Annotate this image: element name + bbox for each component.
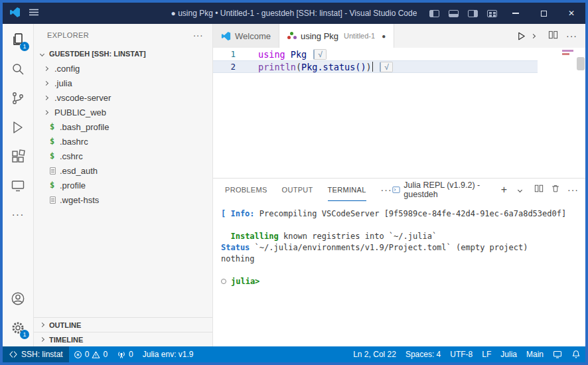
inline-result-check: √ — [380, 62, 393, 72]
workspace-name: GUESTDEH [SSH: LINSTAT] — [49, 50, 146, 58]
menu-icon[interactable] — [29, 7, 39, 20]
tree-item-file[interactable]: $.cshrc — [34, 149, 212, 163]
minimize-button[interactable] — [502, 3, 530, 24]
outline-section[interactable]: OUTLINE — [34, 317, 212, 332]
tree-item-file[interactable]: $.bash_profile — [34, 119, 212, 134]
radio-tower-icon — [117, 350, 126, 359]
warning-icon — [92, 350, 100, 359]
shell-file-icon: $ — [50, 137, 58, 146]
explorer-more-icon[interactable]: ··· — [193, 30, 203, 40]
toggle-sidebar-icon[interactable] — [429, 10, 439, 17]
tree-item-file[interactable]: .wget-hsts — [34, 192, 212, 207]
sidebar-title-row: EXPLORER ··· — [34, 24, 212, 46]
eol-sequence[interactable]: LF — [477, 346, 496, 362]
search-icon[interactable] — [3, 54, 33, 84]
bottom-panel: PROBLEMS OUTPUT TERMINAL ··· Julia REPL … — [213, 178, 585, 346]
more-views-icon[interactable]: ··· — [3, 200, 33, 230]
shell-file-icon: $ — [50, 122, 58, 131]
tab-welcome[interactable]: Welcome — [213, 24, 279, 48]
toggle-panel-icon[interactable] — [449, 10, 459, 17]
status-bar: SSH: linstat 0 0 0 Julia env: v1.9 Ln 2,… — [3, 346, 585, 362]
tab-untitled-1[interactable]: using Pkg Untitled-1 ● — [279, 24, 394, 48]
sidebar-title: EXPLORER — [47, 31, 89, 39]
settings-badge: 1 — [20, 330, 29, 339]
file-tree: .config .julia .vscode-server PUBLIC_web… — [34, 61, 212, 207]
toggle-secondary-sidebar-icon[interactable] — [468, 10, 478, 17]
julia-repl-icon — [392, 184, 401, 195]
kill-terminal-icon[interactable] — [551, 184, 560, 196]
remote-explorer-icon[interactable] — [3, 171, 33, 200]
julia-icon — [287, 32, 297, 40]
tab-output[interactable]: OUTPUT — [282, 179, 313, 201]
settings-gear-icon[interactable]: 1 — [3, 313, 33, 342]
code-editor[interactable]: 1 using Pkg√ 2 println(Pkg.status())√ — [213, 48, 585, 178]
julia-module[interactable]: Main — [522, 346, 548, 362]
minimap[interactable] — [544, 48, 576, 178]
line-number: 2 — [213, 62, 236, 72]
terminal-dropdown-icon[interactable] — [518, 187, 522, 192]
run-file-button[interactable] — [516, 31, 540, 41]
window-title: ● using Pkg • Untitled-1 - guestdeh [SSH… — [171, 9, 417, 18]
split-terminal-icon[interactable] — [534, 184, 544, 196]
vscode-window: ● using Pkg • Untitled-1 - guestdeh [SSH… — [0, 0, 588, 365]
editor-more-actions-icon[interactable]: ··· — [566, 31, 577, 41]
tree-item-folder[interactable]: .config — [34, 61, 212, 76]
panel-header: PROBLEMS OUTPUT TERMINAL ··· Julia REPL … — [213, 179, 585, 201]
line-number: 1 — [213, 49, 236, 59]
julia-prompt: julia> — [231, 277, 259, 286]
chevron-right-icon — [44, 95, 48, 100]
chevron-right-icon — [40, 337, 44, 342]
tab-bar: Welcome using Pkg Untitled-1 ● — [213, 24, 585, 48]
tree-item-file[interactable]: $.profile — [34, 178, 212, 192]
panel-more-tabs-icon[interactable]: ··· — [381, 184, 392, 195]
terminal-prompt-line: julia> — [221, 275, 585, 287]
panel-more-actions-icon[interactable]: ··· — [567, 184, 579, 195]
tree-item-file[interactable]: .esd_auth — [34, 163, 212, 178]
split-editor-icon[interactable] — [548, 30, 558, 42]
code-line-2: 2 println(Pkg.status())√ — [213, 60, 585, 73]
explorer-sidebar: EXPLORER ··· GUESTDEH [SSH: LINSTAT] .co… — [34, 24, 213, 346]
tree-item-folder[interactable]: .julia — [34, 76, 212, 90]
run-debug-icon[interactable] — [3, 113, 33, 142]
tree-item-folder[interactable]: PUBLIC_web — [34, 105, 212, 119]
indentation[interactable]: Spaces: 4 — [401, 346, 445, 362]
extensions-icon[interactable] — [3, 142, 33, 171]
julia-env-status[interactable]: Julia env: v1.9 — [138, 346, 198, 362]
new-terminal-icon[interactable]: + — [501, 184, 507, 196]
notifications-bell-icon[interactable] — [567, 346, 585, 362]
timeline-section[interactable]: TIMELINE — [34, 332, 212, 346]
terminal-selector[interactable]: Julia REPL (v1.9.2) - guestdeh — [392, 181, 494, 199]
code-line-1: 1 using Pkg√ — [213, 48, 585, 60]
customize-layout-icon[interactable] — [487, 10, 497, 17]
command-decoration-icon[interactable] — [221, 279, 226, 284]
explorer-icon[interactable]: 1 — [3, 25, 33, 54]
problems-status[interactable]: 0 0 — [69, 346, 112, 362]
screen-cast-icon[interactable] — [548, 346, 567, 362]
terminal-output[interactable]: [ Info: Precompiling VSCodeServer [9f598… — [213, 201, 585, 346]
close-button[interactable]: ✕ — [557, 3, 585, 24]
cursor-position[interactable]: Ln 2, Col 22 — [348, 346, 401, 362]
remote-indicator[interactable]: SSH: linstat — [3, 346, 69, 362]
chevron-right-icon — [40, 323, 44, 327]
account-icon[interactable] — [3, 284, 33, 313]
chevron-right-icon — [44, 80, 48, 85]
vscode-logo — [9, 7, 21, 21]
tree-item-file[interactable]: $.bashrc — [34, 134, 212, 149]
ports-status[interactable]: 0 — [112, 346, 138, 362]
chevron-right-icon — [44, 66, 48, 70]
tab-problems[interactable]: PROBLEMS — [225, 179, 267, 201]
workspace-section-header[interactable]: GUESTDEH [SSH: LINSTAT] — [34, 46, 212, 61]
text-cursor — [372, 62, 374, 72]
shell-file-icon: $ — [50, 181, 58, 190]
chevron-down-icon — [40, 51, 44, 56]
scrollbar-thumb[interactable] — [577, 57, 585, 70]
maximize-button[interactable] — [530, 3, 557, 24]
language-mode[interactable]: Julia — [496, 346, 522, 362]
chevron-right-icon — [44, 110, 48, 114]
shell-file-icon: $ — [50, 151, 58, 161]
tab-terminal[interactable]: TERMINAL — [328, 179, 366, 201]
error-icon — [74, 350, 82, 359]
encoding[interactable]: UTF-8 — [445, 346, 477, 362]
tree-item-folder[interactable]: .vscode-server — [34, 90, 212, 105]
source-control-icon[interactable] — [3, 84, 33, 113]
